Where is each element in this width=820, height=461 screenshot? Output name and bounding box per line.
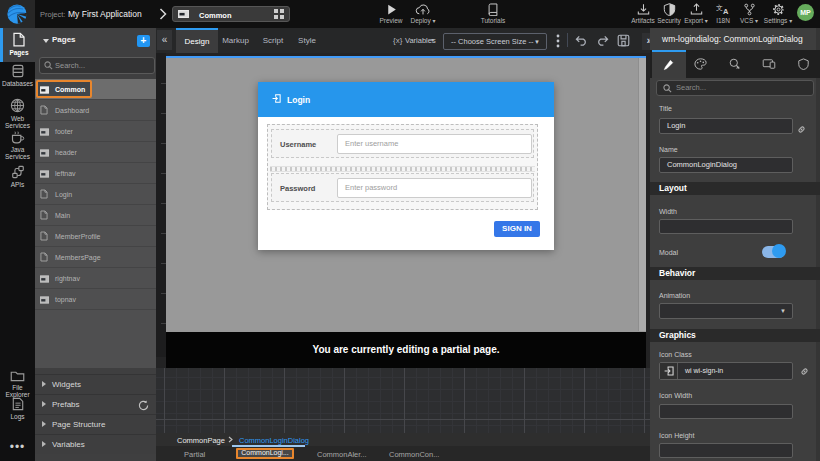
svg-text:文: 文 <box>716 4 723 12</box>
svg-text:A: A <box>722 7 728 16</box>
